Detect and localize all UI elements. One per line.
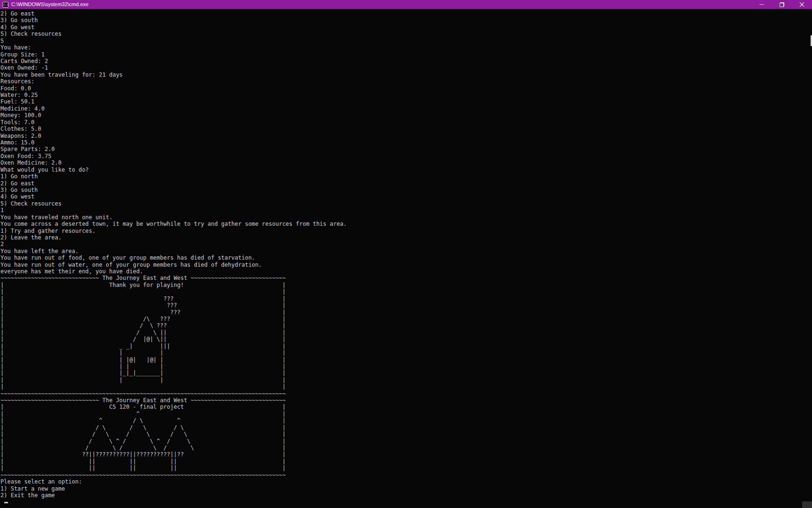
close-button[interactable] [792,0,812,9]
window-controls [751,0,812,9]
cmd-icon: C:\ [2,2,8,8]
titlebar[interactable]: C:\ C:\WINDOWS\system32\cmd.exe [0,0,812,9]
titlebar-left: C:\ C:\WINDOWS\system32\cmd.exe [0,0,751,9]
cmd-window: C:\ C:\WINDOWS\system32\cmd.exe 2) Go ea… [0,0,812,508]
scrollbar-corner [802,501,812,508]
window-title: C:\WINDOWS\system32\cmd.exe [11,0,88,9]
close-icon [799,2,804,7]
console-area[interactable]: 2) Go east 3) Go south 4) Go west 5) Che… [0,9,812,508]
minimize-icon [759,4,764,5]
text-cursor [4,502,8,503]
console-text: 2) Go east 3) Go south 4) Go west 5) Che… [0,9,812,499]
restore-button[interactable] [772,0,792,9]
restore-down-icon [780,2,784,7]
minimize-button[interactable] [751,0,772,9]
